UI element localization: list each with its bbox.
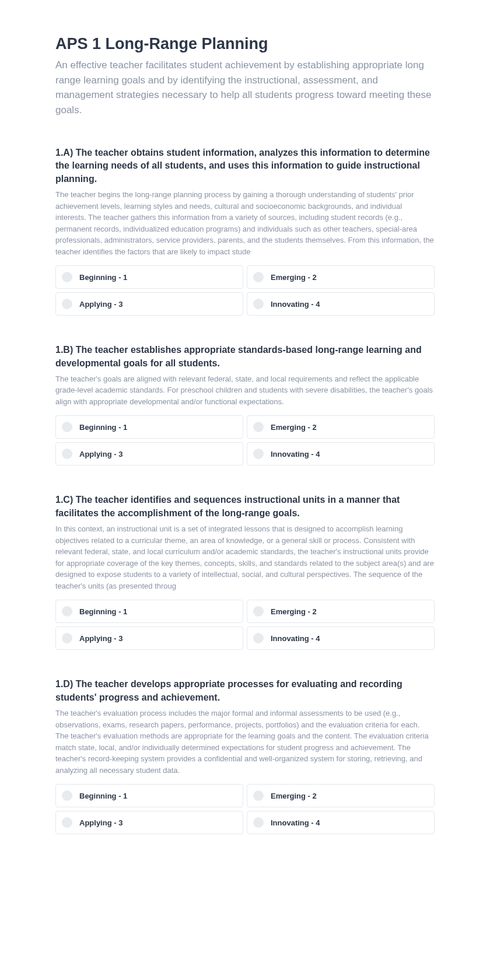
page-description: An effective teacher facilitates student… bbox=[55, 58, 435, 117]
section-title: 1.A) The teacher obtains student informa… bbox=[55, 146, 435, 186]
rating-grid: Beginning - 1 Emerging - 2 Applying - 3 … bbox=[55, 415, 435, 466]
rating-label: Applying - 3 bbox=[79, 818, 123, 827]
rating-emerging[interactable]: Emerging - 2 bbox=[247, 784, 435, 807]
radio-icon bbox=[62, 606, 72, 617]
section-1a: 1.A) The teacher obtains student informa… bbox=[55, 146, 435, 316]
rating-label: Applying - 3 bbox=[79, 450, 123, 459]
section-1d: 1.D) The teacher develops appropriate pr… bbox=[55, 678, 435, 834]
rating-grid: Beginning - 1 Emerging - 2 Applying - 3 … bbox=[55, 265, 435, 316]
radio-icon bbox=[253, 633, 264, 643]
rating-applying[interactable]: Applying - 3 bbox=[55, 811, 243, 834]
rating-label: Emerging - 2 bbox=[271, 273, 317, 282]
rating-beginning[interactable]: Beginning - 1 bbox=[55, 265, 243, 289]
rating-emerging[interactable]: Emerging - 2 bbox=[247, 600, 435, 623]
section-1c: 1.C) The teacher identifies and sequence… bbox=[55, 494, 435, 650]
radio-icon bbox=[253, 422, 264, 432]
rating-beginning[interactable]: Beginning - 1 bbox=[55, 600, 243, 623]
radio-icon bbox=[62, 449, 72, 459]
rating-applying[interactable]: Applying - 3 bbox=[55, 442, 243, 466]
rating-beginning[interactable]: Beginning - 1 bbox=[55, 415, 243, 439]
rating-label: Applying - 3 bbox=[79, 300, 123, 309]
rating-emerging[interactable]: Emerging - 2 bbox=[247, 415, 435, 439]
section-description: The teacher's evaluation process include… bbox=[55, 708, 435, 776]
rating-innovating[interactable]: Innovating - 4 bbox=[247, 292, 435, 316]
radio-icon bbox=[62, 299, 72, 309]
rating-label: Innovating - 4 bbox=[271, 300, 320, 309]
radio-icon bbox=[62, 422, 72, 432]
rating-label: Innovating - 4 bbox=[271, 634, 320, 643]
rating-innovating[interactable]: Innovating - 4 bbox=[247, 442, 435, 466]
radio-icon bbox=[62, 817, 72, 828]
section-description: The teacher begins the long-range planni… bbox=[55, 189, 435, 257]
rating-label: Beginning - 1 bbox=[79, 423, 127, 432]
rating-label: Innovating - 4 bbox=[271, 450, 320, 459]
radio-icon bbox=[253, 606, 264, 617]
rating-label: Applying - 3 bbox=[79, 634, 123, 643]
rating-applying[interactable]: Applying - 3 bbox=[55, 626, 243, 650]
rating-beginning[interactable]: Beginning - 1 bbox=[55, 784, 243, 807]
rating-label: Beginning - 1 bbox=[79, 273, 127, 282]
rating-grid: Beginning - 1 Emerging - 2 Applying - 3 … bbox=[55, 600, 435, 650]
section-title: 1.B) The teacher establishes appropriate… bbox=[55, 344, 435, 370]
rating-label: Beginning - 1 bbox=[79, 607, 127, 616]
rating-innovating[interactable]: Innovating - 4 bbox=[247, 811, 435, 834]
section-title: 1.C) The teacher identifies and sequence… bbox=[55, 494, 435, 520]
rating-emerging[interactable]: Emerging - 2 bbox=[247, 265, 435, 289]
radio-icon bbox=[253, 449, 264, 459]
rating-label: Emerging - 2 bbox=[271, 792, 317, 800]
radio-icon bbox=[253, 790, 264, 801]
radio-icon bbox=[62, 790, 72, 801]
rating-innovating[interactable]: Innovating - 4 bbox=[247, 626, 435, 650]
page-title: APS 1 Long-Range Planning bbox=[55, 35, 435, 53]
radio-icon bbox=[62, 272, 72, 282]
rating-grid: Beginning - 1 Emerging - 2 Applying - 3 … bbox=[55, 784, 435, 834]
rating-applying[interactable]: Applying - 3 bbox=[55, 292, 243, 316]
rating-label: Innovating - 4 bbox=[271, 818, 320, 827]
radio-icon bbox=[62, 633, 72, 643]
rating-label: Emerging - 2 bbox=[271, 423, 317, 432]
radio-icon bbox=[253, 272, 264, 282]
section-description: The teacher's goals are aligned with rel… bbox=[55, 373, 435, 408]
section-title: 1.D) The teacher develops appropriate pr… bbox=[55, 678, 435, 704]
section-description: In this context, an instructional unit i… bbox=[55, 523, 435, 592]
radio-icon bbox=[253, 817, 264, 828]
rating-label: Emerging - 2 bbox=[271, 607, 317, 616]
radio-icon bbox=[253, 299, 264, 309]
section-1b: 1.B) The teacher establishes appropriate… bbox=[55, 344, 435, 466]
rating-label: Beginning - 1 bbox=[79, 792, 127, 800]
